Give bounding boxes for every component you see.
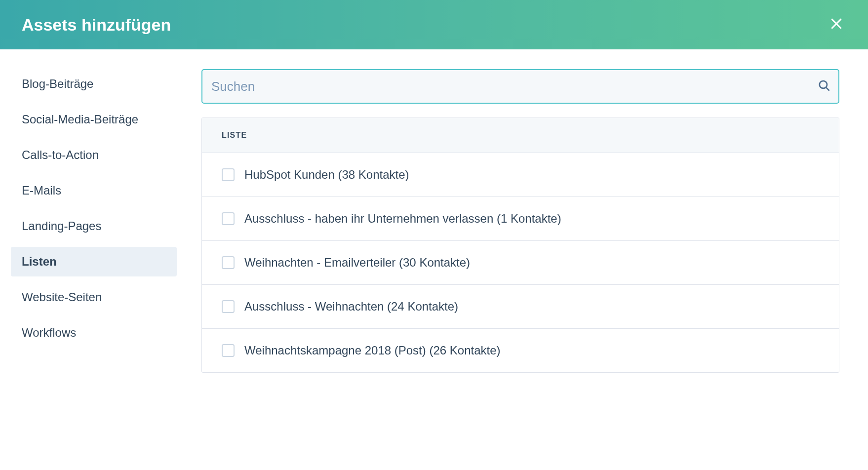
sidebar-item-label: Landing-Pages [22,219,101,233]
search-wrapper [201,69,839,104]
table-row[interactable]: Weihnachten - Emailverteiler (30 Kontakt… [202,241,839,285]
sidebar-item-label: E-Mails [22,184,61,197]
search-input[interactable] [201,69,839,104]
sidebar-item-listen[interactable]: Listen [11,247,177,276]
sidebar: Blog-Beiträge Social-Media-Beiträge Call… [0,69,188,373]
sidebar-item-website[interactable]: Website-Seiten [11,282,177,312]
row-checkbox[interactable] [222,344,235,357]
table-row[interactable]: HubSpot Kunden (38 Kontakte) [202,153,839,197]
row-checkbox[interactable] [222,300,235,313]
sidebar-item-label: Social-Media-Beiträge [22,113,138,126]
table-row[interactable]: Ausschluss - haben ihr Unternehmen verla… [202,197,839,241]
sidebar-item-label: Blog-Beiträge [22,77,93,90]
sidebar-item-label: Workflows [22,326,76,339]
row-checkbox[interactable] [222,212,235,225]
sidebar-item-cta[interactable]: Calls-to-Action [11,140,177,170]
sidebar-item-blog[interactable]: Blog-Beiträge [11,69,177,99]
row-label: HubSpot Kunden (38 Kontakte) [244,168,409,182]
table-row[interactable]: Weihnachtskampagne 2018 (Post) (26 Konta… [202,329,839,372]
sidebar-item-label: Listen [22,255,57,268]
sidebar-item-emails[interactable]: E-Mails [11,176,177,205]
row-label: Weihnachtskampagne 2018 (Post) (26 Konta… [244,344,501,357]
row-checkbox[interactable] [222,256,235,269]
sidebar-item-label: Website-Seiten [22,290,102,304]
sidebar-item-workflows[interactable]: Workflows [11,318,177,348]
modal-body: Blog-Beiträge Social-Media-Beiträge Call… [0,49,868,373]
row-checkbox[interactable] [222,168,235,181]
table-row[interactable]: Ausschluss - Weihnachten (24 Kontakte) [202,285,839,329]
main-content: LISTE HubSpot Kunden (38 Kontakte) Aussc… [188,69,868,373]
table-header: LISTE [202,118,839,153]
close-button[interactable] [827,15,846,35]
row-label: Ausschluss - Weihnachten (24 Kontakte) [244,300,458,313]
sidebar-item-social[interactable]: Social-Media-Beiträge [11,105,177,134]
close-icon [829,16,844,33]
list-table: LISTE HubSpot Kunden (38 Kontakte) Aussc… [201,118,839,373]
sidebar-item-label: Calls-to-Action [22,148,99,161]
table-header-label: LISTE [222,131,247,139]
modal-header: Assets hinzufügen [0,0,868,49]
sidebar-item-landing[interactable]: Landing-Pages [11,211,177,241]
row-label: Weihnachten - Emailverteiler (30 Kontakt… [244,256,470,270]
modal-title: Assets hinzufügen [22,15,171,35]
row-label: Ausschluss - haben ihr Unternehmen verla… [244,212,561,226]
